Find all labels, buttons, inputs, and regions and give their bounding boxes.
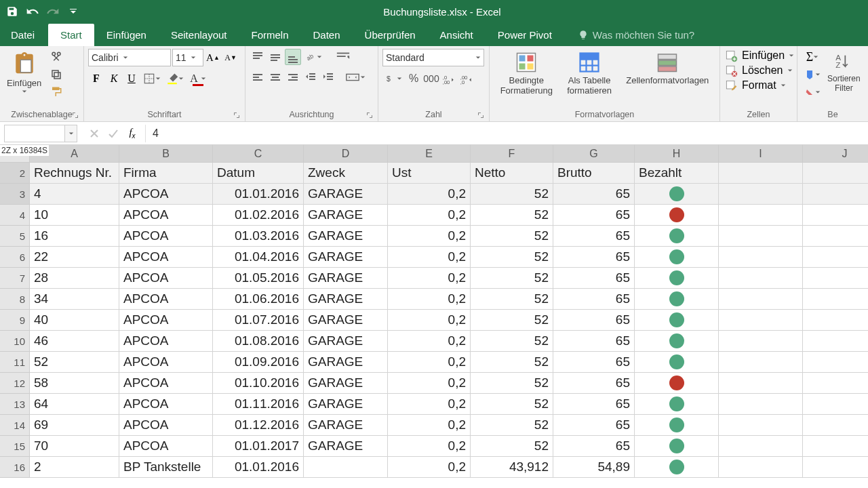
cell[interactable]: 0,2 bbox=[388, 394, 471, 415]
cell[interactable]: 0,2 bbox=[388, 310, 471, 331]
cell[interactable] bbox=[635, 289, 719, 310]
tab-home[interactable]: Start bbox=[48, 24, 94, 46]
row-header[interactable]: 3 bbox=[0, 184, 30, 205]
cell[interactable]: 69 bbox=[30, 415, 119, 436]
align-middle-button[interactable] bbox=[267, 49, 283, 65]
cell[interactable]: 0,2 bbox=[388, 373, 471, 394]
cell[interactable]: 52 bbox=[471, 184, 553, 205]
qat-customize-icon[interactable] bbox=[65, 3, 81, 20]
cell[interactable]: 0,2 bbox=[388, 184, 471, 205]
cell[interactable]: 52 bbox=[471, 268, 553, 289]
tab-review[interactable]: Überprüfen bbox=[353, 24, 428, 46]
cell[interactable]: 01.12.2016 bbox=[213, 415, 304, 436]
cell[interactable]: 54,89 bbox=[553, 457, 635, 478]
cell[interactable]: Zweck bbox=[304, 163, 388, 184]
cell[interactable] bbox=[803, 457, 868, 478]
cell[interactable]: Brutto bbox=[553, 163, 635, 184]
row-header[interactable]: 6 bbox=[0, 247, 30, 268]
save-icon[interactable] bbox=[4, 3, 20, 20]
cell[interactable] bbox=[803, 394, 868, 415]
cell[interactable]: 52 bbox=[471, 247, 553, 268]
percent-format-button[interactable]: % bbox=[406, 70, 422, 87]
cell[interactable] bbox=[803, 373, 868, 394]
cell[interactable]: 0,2 bbox=[388, 289, 471, 310]
delete-cells-button[interactable]: Löschen bbox=[742, 64, 783, 77]
cell[interactable]: 65 bbox=[553, 436, 635, 457]
cell[interactable]: 0,2 bbox=[388, 205, 471, 226]
insert-cells-button[interactable]: Einfügen bbox=[742, 49, 785, 62]
cell[interactable] bbox=[719, 268, 803, 289]
decrease-font-button[interactable]: A▼ bbox=[222, 49, 239, 66]
cell[interactable]: 52 bbox=[471, 289, 553, 310]
cell[interactable]: APCOA bbox=[119, 394, 213, 415]
cell[interactable] bbox=[803, 331, 868, 352]
format-cells-button[interactable]: Format bbox=[742, 79, 776, 92]
cell[interactable] bbox=[719, 205, 803, 226]
cell[interactable]: 0,2 bbox=[388, 247, 471, 268]
cell[interactable]: 46 bbox=[30, 331, 119, 352]
cancel-formula-button[interactable] bbox=[85, 125, 103, 142]
cell[interactable]: Bezahlt bbox=[635, 163, 719, 184]
cell[interactable] bbox=[304, 457, 388, 478]
column-header[interactable]: J bbox=[803, 145, 868, 163]
wrap-text-button[interactable] bbox=[332, 49, 354, 65]
cell[interactable]: APCOA bbox=[119, 247, 213, 268]
cell[interactable]: 65 bbox=[553, 394, 635, 415]
row-header[interactable]: 16 bbox=[0, 457, 30, 478]
font-color-button[interactable]: A bbox=[187, 70, 209, 87]
cell[interactable] bbox=[803, 184, 868, 205]
row-header[interactable]: 14 bbox=[0, 415, 30, 436]
redo-icon[interactable] bbox=[45, 3, 61, 20]
enter-formula-button[interactable] bbox=[104, 125, 122, 142]
cell[interactable] bbox=[719, 373, 803, 394]
align-top-button[interactable] bbox=[250, 49, 266, 65]
bold-button[interactable]: F bbox=[88, 70, 104, 87]
cell[interactable]: 0,2 bbox=[388, 352, 471, 373]
cell[interactable]: 34 bbox=[30, 289, 119, 310]
cell[interactable]: 65 bbox=[553, 247, 635, 268]
cell[interactable]: 52 bbox=[471, 415, 553, 436]
fill-button[interactable] bbox=[802, 66, 823, 83]
cell[interactable] bbox=[635, 331, 719, 352]
chevron-down-icon[interactable] bbox=[64, 125, 77, 142]
cell[interactable] bbox=[635, 226, 719, 247]
increase-indent-button[interactable] bbox=[320, 69, 336, 85]
cell[interactable] bbox=[635, 415, 719, 436]
row-header[interactable]: 13 bbox=[0, 394, 30, 415]
cell[interactable]: 4 bbox=[30, 184, 119, 205]
cell[interactable]: APCOA bbox=[119, 226, 213, 247]
row-header[interactable]: 5 bbox=[0, 226, 30, 247]
number-format-combo[interactable]: Standard bbox=[382, 49, 484, 66]
tab-insert[interactable]: Einfügen bbox=[94, 24, 159, 46]
cell[interactable]: APCOA bbox=[119, 436, 213, 457]
cell[interactable]: 65 bbox=[553, 226, 635, 247]
cell[interactable] bbox=[803, 247, 868, 268]
name-box[interactable] bbox=[4, 125, 77, 142]
cut-button[interactable] bbox=[48, 49, 64, 65]
font-name-combo[interactable]: Calibri bbox=[88, 49, 171, 66]
cell[interactable] bbox=[719, 457, 803, 478]
cell[interactable]: 65 bbox=[553, 289, 635, 310]
align-right-button[interactable] bbox=[285, 69, 301, 85]
cell[interactable] bbox=[635, 352, 719, 373]
row-header[interactable]: 9 bbox=[0, 310, 30, 331]
cell[interactable] bbox=[719, 184, 803, 205]
cell[interactable]: 16 bbox=[30, 226, 119, 247]
align-bottom-button[interactable] bbox=[285, 49, 301, 65]
cell[interactable]: 65 bbox=[553, 268, 635, 289]
dialog-launcher-icon[interactable] bbox=[233, 111, 241, 119]
cell[interactable]: 65 bbox=[553, 310, 635, 331]
column-header[interactable]: E bbox=[388, 145, 471, 163]
cell[interactable]: 0,2 bbox=[388, 226, 471, 247]
cell[interactable] bbox=[719, 289, 803, 310]
cell[interactable]: 43,912 bbox=[471, 457, 553, 478]
font-size-combo[interactable]: 11 bbox=[172, 49, 203, 66]
cell[interactable]: 70 bbox=[30, 436, 119, 457]
row-header[interactable]: 7 bbox=[0, 268, 30, 289]
cell[interactable]: APCOA bbox=[119, 289, 213, 310]
decrease-decimal-button[interactable]: ,00,0 bbox=[458, 70, 475, 87]
align-center-button[interactable] bbox=[267, 69, 283, 85]
cell-styles-button[interactable]: Zellenformatvorlagen bbox=[623, 49, 711, 87]
cell[interactable]: BP Tankstelle bbox=[119, 457, 213, 478]
column-header[interactable]: H bbox=[635, 145, 719, 163]
